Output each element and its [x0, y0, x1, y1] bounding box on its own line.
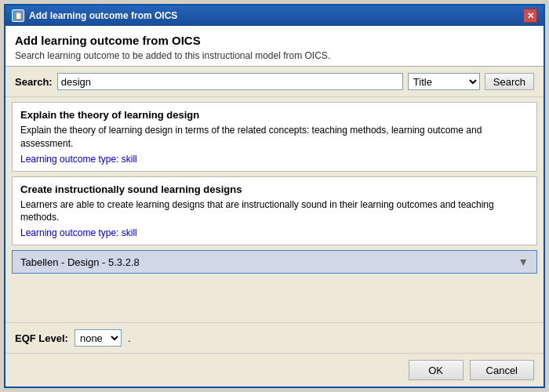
result-item-simple[interactable]: Tabellen - Design - 5.3.2.8 ▼ [12, 250, 537, 274]
result-item-1[interactable]: Explain the theory of learning design Ex… [12, 102, 537, 172]
result-2-type: Learning outcome type: skill [20, 227, 529, 238]
result-2-type-value: skill [122, 227, 137, 238]
search-input[interactable] [57, 73, 403, 90]
close-button[interactable]: ✕ [523, 9, 537, 23]
dialog-window: 📋 Add learning outcome from OICS ✕ Add l… [4, 4, 545, 388]
dialog-icon: 📋 [12, 9, 24, 22]
result-1-type: Learning outcome type: skill [20, 154, 529, 165]
search-bar: Search: Title Description Keyword Search [5, 67, 544, 97]
cancel-button[interactable]: Cancel [470, 360, 534, 380]
title-bar: 📋 Add learning outcome from OICS ✕ [5, 5, 544, 26]
result-2-type-label: Learning outcome type: [20, 227, 118, 238]
result-1-type-label: Learning outcome type: [20, 154, 118, 165]
eqf-dot: . [128, 332, 131, 344]
dialog-description: Search learning outcome to be added to t… [15, 50, 534, 61]
title-bar-left: 📋 Add learning outcome from OICS [12, 9, 177, 22]
search-label: Search: [15, 76, 53, 88]
result-2-description: Learners are able to create learning des… [20, 198, 529, 225]
eqf-level-dropdown[interactable]: none 1 2 3 4 5 6 7 8 [75, 329, 122, 347]
search-button[interactable]: Search [485, 73, 534, 90]
dialog-heading: Add learning outcome from OICS [15, 34, 534, 47]
result-item-2[interactable]: Create instructionally sound learning de… [12, 176, 537, 246]
simple-result-label: Tabellen - Design - 5.3.2.8 [20, 256, 140, 268]
eqf-bar: EQF Level: none 1 2 3 4 5 6 7 8 . [5, 322, 544, 353]
ok-button[interactable]: OK [409, 360, 464, 380]
result-1-description: Explain the theory of learning design in… [20, 124, 529, 151]
result-1-title: Explain the theory of learning design [20, 109, 529, 121]
eqf-label: EQF Level: [15, 332, 68, 344]
results-area: Explain the theory of learning design Ex… [5, 97, 544, 322]
expand-icon: ▼ [518, 256, 529, 268]
result-2-title: Create instructionally sound learning de… [20, 183, 529, 195]
result-1-type-value: skill [122, 154, 137, 165]
dialog-header: Add learning outcome from OICS Search le… [5, 26, 544, 67]
title-bar-label: Add learning outcome from OICS [29, 10, 177, 21]
search-filter-dropdown[interactable]: Title Description Keyword [408, 73, 480, 90]
bottom-bar: OK Cancel [5, 353, 544, 387]
